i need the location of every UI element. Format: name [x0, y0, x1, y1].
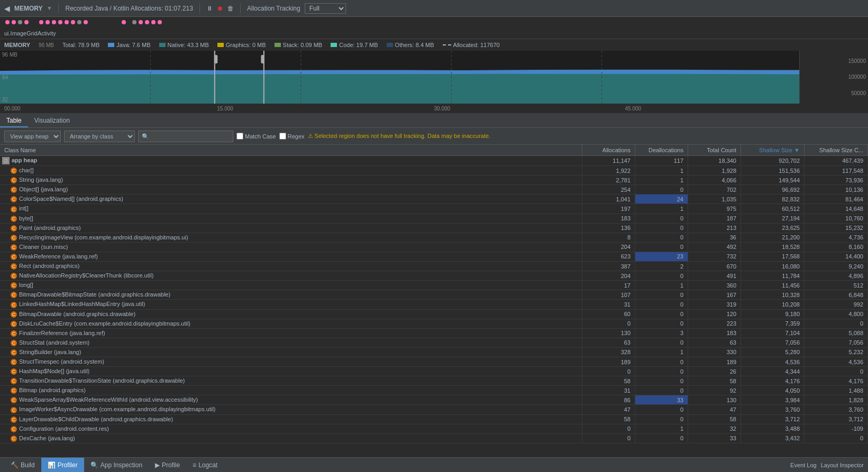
table-row[interactable]: CConfiguration (android.content.res)0132… [0, 424, 868, 433]
bottom-tab-build[interactable]: 🔨 Build [4, 458, 41, 472]
shallow-cell: 920,702 [741, 156, 805, 166]
graphics-stat: Graphics: 0 MB [217, 42, 266, 48]
alloc-cell: 189 [582, 357, 635, 366]
table-row[interactable]: CStringBuilder (java.lang)32813305,2805,… [0, 347, 868, 357]
shallow-cell: 16,080 [741, 262, 805, 271]
class-c-icon: C [11, 321, 17, 327]
memory-dropdown-arrow[interactable]: ▼ [47, 5, 52, 11]
table-row[interactable]: CWeakSparseArray$WeakReferenceWithId (an… [0, 395, 868, 405]
shallow-cell: 4,344 [741, 367, 805, 376]
table-row[interactable]: CBitmapDrawable (android.graphics.drawab… [0, 309, 868, 319]
alloc-cell: 31 [582, 300, 635, 309]
bottom-tab-logcat[interactable]: ≡ Logcat [186, 458, 224, 472]
table-container[interactable]: Class Name Allocations Deallocations Tot… [0, 145, 868, 467]
memory-header-bar: MEMORY 96 MB Total: 78.9 MB Java: 7.6 MB… [0, 39, 868, 51]
arrange-by-dropdown[interactable]: Arrange by class Arrange by package Arra… [64, 131, 135, 142]
dealloc-cell: 0 [635, 290, 688, 300]
total-cell: 491 [688, 271, 741, 281]
dealloc-cell: 0 [635, 338, 688, 347]
table-row[interactable]: CString (java.lang)2,78114,066149,54473,… [0, 175, 868, 185]
alloc-cell: 204 [582, 242, 635, 252]
total-cell: 58 [688, 414, 741, 424]
shallow-cell: 18,528 [741, 242, 805, 252]
table-row[interactable]: CPaint (android.graphics)136021323,62515… [0, 223, 868, 233]
match-case-label[interactable]: Match Case [236, 133, 276, 140]
record-button[interactable]: ⏺ [217, 5, 223, 12]
class-name-cell: CBitmapDrawable (android.graphics.drawab… [0, 309, 582, 319]
alloc-tracking-dropdown[interactable]: Full Sampled Off [305, 3, 346, 14]
table-row[interactable]: CFinalizerReference (java.lang.ref)13031… [0, 328, 868, 338]
regex-label[interactable]: Regex [279, 133, 305, 140]
match-case-text: Match Case [245, 133, 276, 140]
table-row[interactable]: CImageWorker$AsyncDrawable (com.example.… [0, 405, 868, 414]
alloc-cell: 58 [582, 376, 635, 386]
shallow-cell: 21,200 [741, 233, 805, 242]
col-total-header[interactable]: Total Count [688, 145, 741, 156]
app-heap-icon: □ [2, 157, 10, 164]
dealloc-cell: 0 [635, 242, 688, 252]
table-row[interactable]: CStructStat (android.system)630637,0567,… [0, 338, 868, 347]
dot [18, 20, 22, 24]
table-row[interactable]: CTransitionDrawable$TransitionState (and… [0, 376, 868, 386]
table-row[interactable]: CLinkedHashMap$LinkedHashMapEntry (java.… [0, 300, 868, 309]
alloc-cell: 17 [582, 281, 635, 290]
bottom-tab-profile[interactable]: ▶ Profile [149, 458, 186, 472]
col-dealloc-header[interactable]: Deallocations [635, 145, 688, 156]
table-row[interactable]: □app heap11,14711718,340920,702467,439 [0, 156, 868, 166]
table-row[interactable]: CRect (android.graphics)387267016,0809,2… [0, 262, 868, 271]
table-row[interactable]: CWeakReference (java.lang.ref)6232373217… [0, 252, 868, 261]
table-row[interactable]: CRecyclingImageView (com.example.android… [0, 233, 868, 242]
col-shallowc-header[interactable]: Shallow Size C... [805, 145, 868, 156]
tab-visualization[interactable]: Visualization [28, 115, 76, 127]
table-row[interactable]: Cchar[]1,92211,928151,536117,548 [0, 166, 868, 175]
total-cell: 58 [688, 376, 741, 386]
delete-button[interactable]: 🗑 [227, 5, 234, 12]
table-row[interactable]: Clong[]17136011,456512 [0, 281, 868, 290]
table-row[interactable]: CCleaner (sun.misc)204049218,5288,160 [0, 242, 868, 252]
total-cell: 223 [688, 319, 741, 328]
view-heap-dropdown[interactable]: View app heap View JNI heap [4, 131, 61, 142]
table-row[interactable]: CBitmapDrawable$BitmapState (android.gra… [0, 290, 868, 300]
table-row[interactable]: CDiskLruCache$Entry (com.example.android… [0, 319, 868, 328]
back-button[interactable]: ◀ [4, 4, 10, 13]
class-name-text: TransitionDrawable$TransitionState (andr… [19, 377, 185, 384]
table-row[interactable]: CDexCache (java.lang)00333,4320 [0, 433, 868, 443]
bottom-tab-app-inspection[interactable]: 🔍 App Inspection [84, 458, 149, 472]
table-row[interactable]: CNativeAllocationRegistry$CleanerThunk (… [0, 271, 868, 281]
shallow-cell: 3,432 [741, 433, 805, 443]
table-row[interactable]: CHashMap$Node[] (java.util)00264,3440 [0, 367, 868, 376]
pause-button[interactable]: ⏸ [206, 5, 213, 12]
java-stat: Java: 7.6 MB [108, 42, 150, 48]
memory-chart[interactable]: 96 MB 64 32 150000 100000 50000 [0, 51, 868, 104]
shallow-cell: 27,194 [741, 214, 805, 223]
table-row[interactable]: Cbyte[]183018727,19410,760 [0, 214, 868, 223]
table-row[interactable]: CObject[] (java.lang)254070296,69210,136 [0, 185, 868, 195]
class-name-text: StructStat (android.system) [19, 339, 89, 346]
table-row[interactable]: CBitmap (android.graphics)310924,0501,48… [0, 386, 868, 395]
alloc-cell: 86 [582, 395, 635, 405]
table-row[interactable]: Cint[]197197560,51214,648 [0, 204, 868, 214]
regex-checkbox[interactable] [279, 133, 286, 140]
event-log-link[interactable]: Event Log [790, 462, 817, 468]
class-c-icon: C [11, 177, 17, 183]
match-case-checkbox[interactable] [236, 133, 243, 140]
alloc-cell: 60 [582, 309, 635, 319]
col-alloc-header[interactable]: Allocations [582, 145, 635, 156]
col-shallow-header[interactable]: Shallow Size ▼ [741, 145, 805, 156]
tab-table[interactable]: Table [0, 115, 28, 127]
layout-inspector-link[interactable]: Layout Inspector [821, 462, 864, 468]
shallow-c-cell: 117,548 [805, 166, 868, 175]
total-cell: 47 [688, 405, 741, 414]
search-input[interactable] [138, 131, 233, 142]
shallow-c-cell: -109 [805, 424, 868, 433]
bottom-tab-profiler[interactable]: 📊 Profiler [41, 458, 84, 472]
dealloc-cell: 33 [635, 395, 688, 405]
alloc-cell: 136 [582, 223, 635, 233]
tab-bar: Table Visualization [0, 113, 868, 128]
alloc-cell: 387 [582, 262, 635, 271]
table-row[interactable]: CStructTimespec (android.system)18901894… [0, 357, 868, 366]
col-class-header[interactable]: Class Name [0, 145, 582, 156]
table-row[interactable]: CColorSpace$Named[] (android.graphics)1,… [0, 195, 868, 204]
shallow-c-cell: 992 [805, 300, 868, 309]
table-row[interactable]: CLayerDrawable$ChildDrawable (android.gr… [0, 414, 868, 424]
